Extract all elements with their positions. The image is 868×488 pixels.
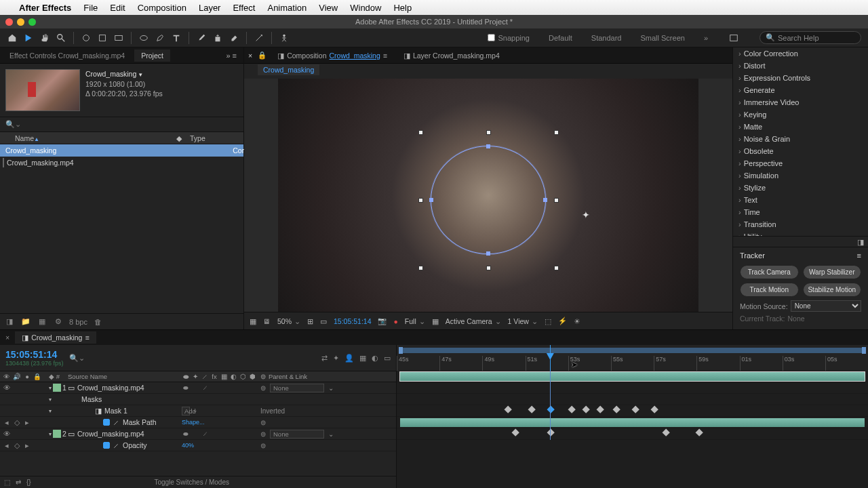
label-color[interactable] — [53, 384, 61, 392]
home-icon[interactable] — [5, 31, 19, 45]
bbox-handle[interactable] — [486, 130, 491, 135]
keyframe[interactable] — [663, 429, 670, 436]
menu-view[interactable]: View — [319, 3, 338, 13]
keyframe[interactable] — [613, 406, 620, 413]
pen-tool-icon[interactable] — [153, 31, 167, 45]
brush-tool-icon[interactable] — [195, 31, 208, 45]
transparency-icon[interactable]: ▦ — [432, 317, 439, 325]
add-keyframe-icon[interactable]: ◇ — [13, 441, 21, 449]
roi-icon[interactable]: ▭ — [320, 317, 327, 325]
keyframe[interactable] — [547, 429, 554, 436]
ellipse-tool-icon[interactable] — [137, 31, 151, 45]
close-tab-icon[interactable]: × — [3, 333, 12, 342]
shy-icon[interactable]: 👤 — [344, 354, 354, 363]
mask-vertex[interactable] — [543, 198, 547, 202]
label-color[interactable] — [53, 430, 61, 438]
menu-layer[interactable]: Layer — [199, 3, 221, 13]
search-help-input[interactable]: 🔍 Search Help — [760, 31, 861, 44]
mask-vertex[interactable] — [429, 198, 433, 202]
resolution-icon[interactable]: ⊞ — [307, 317, 313, 325]
fx-category[interactable]: Stylize — [733, 182, 868, 194]
puppet-tool-icon[interactable] — [277, 31, 291, 45]
label-col-icon[interactable]: ◆ — [49, 373, 54, 380]
hand-tool-icon[interactable] — [38, 31, 52, 45]
type-tool-icon[interactable] — [170, 31, 183, 45]
close-tab-icon[interactable]: × — [248, 52, 252, 60]
tracks-area[interactable] — [397, 371, 868, 440]
layer-bar[interactable] — [400, 418, 865, 427]
render-queue-icon[interactable]: ⬚ — [4, 479, 10, 486]
anchor-point-icon[interactable]: ✦ — [582, 209, 590, 220]
fx-category[interactable]: Matte — [733, 121, 868, 133]
layer-row[interactable]: 👁 ▾1 ▭Crowd_masking.mp4 ⬬⟋ ⊚None⌄ — [0, 382, 396, 394]
current-time-indicator[interactable] — [550, 345, 551, 371]
menu-effect[interactable]: Effect — [233, 3, 255, 13]
opacity-row[interactable]: ◂◇▸ ⟋ Opacity 40% ⊚ — [0, 440, 396, 451]
resolution-dropdown[interactable]: Full — [405, 317, 425, 325]
current-time[interactable]: 15:05:51:14 — [5, 349, 64, 360]
twirl-icon[interactable]: ▾ — [49, 385, 52, 391]
video-col-icon[interactable]: 👁 — [3, 373, 11, 380]
timeline-tab[interactable]: ◨ Crowd_masking ≡ — [15, 331, 96, 344]
mask-vertex[interactable] — [486, 251, 490, 256]
orbit-tool-icon[interactable] — [79, 31, 93, 45]
fx-category[interactable]: Immersive Video — [733, 96, 868, 108]
next-keyframe-icon[interactable]: ▸ — [23, 441, 31, 449]
tab-project[interactable]: Project — [134, 49, 170, 62]
pickwhip-icon[interactable]: ⊚ — [260, 430, 266, 438]
workspace-reset-icon[interactable] — [727, 31, 741, 45]
snapshot-icon[interactable]: 📷 — [378, 317, 387, 325]
mask-mode-dropdown[interactable]: Add — [182, 407, 190, 415]
fx-category[interactable]: Generate — [733, 84, 868, 96]
window-close-icon[interactable] — [5, 18, 13, 26]
clone-tool-icon[interactable] — [211, 31, 224, 45]
keyframe[interactable] — [505, 406, 512, 413]
keyframe[interactable] — [583, 406, 590, 413]
bbox-handle[interactable] — [486, 266, 491, 270]
solo-col-icon[interactable]: ● — [23, 373, 31, 380]
project-item-comp[interactable]: Crowd_masking Composi… — [0, 144, 243, 157]
mask-path[interactable] — [431, 146, 546, 254]
work-area-start[interactable] — [399, 347, 403, 354]
mask-path-row[interactable]: ◂◇▸ ⟋ Mask Path Shape... ⊚ — [0, 417, 396, 428]
add-keyframe-icon[interactable]: ◇ — [13, 418, 21, 426]
fast-preview-icon[interactable]: ⚡ — [558, 317, 567, 325]
motion-source-dropdown[interactable]: None — [791, 300, 861, 312]
video-toggle[interactable]: 👁 — [3, 430, 11, 438]
bbox-handle[interactable] — [418, 130, 423, 135]
comp-mini-flowchart-icon[interactable]: ⇄ — [321, 354, 328, 363]
pickwhip-icon[interactable]: ⊚ — [260, 384, 266, 392]
keyframe[interactable] — [650, 406, 658, 413]
menu-animation[interactable]: Animation — [267, 3, 307, 13]
fx-category[interactable]: Noise & Grain — [733, 133, 868, 145]
pixel-aspect-icon[interactable]: ⬚ — [545, 317, 551, 325]
panel-menu-icon[interactable]: » ≡ — [222, 52, 241, 60]
bbox-handle[interactable] — [418, 266, 423, 270]
work-area-bar[interactable] — [400, 348, 865, 353]
breadcrumb-item[interactable]: Crowd_masking — [258, 64, 319, 75]
graph-editor-icon[interactable]: ▭ — [384, 354, 391, 363]
keyframe[interactable] — [596, 406, 604, 413]
col-label-header[interactable]: ◆ — [176, 134, 190, 142]
magnification-icon[interactable]: ▦ — [250, 317, 256, 325]
keyframe[interactable] — [528, 406, 536, 413]
pickwhip-icon[interactable]: ⊚ — [260, 442, 266, 449]
masks-group[interactable]: ▾ Masks — [0, 394, 396, 405]
new-comp-icon[interactable]: ▦ — [37, 317, 47, 327]
toggle-switches-button[interactable]: Toggle Switches / Modes — [154, 479, 229, 486]
time-ruler[interactable]: 45s 47s 49s 51s 53s 55s 57s 59s 01s 03s … — [397, 345, 868, 371]
bbox-handle[interactable] — [554, 266, 559, 270]
mask-shape-value[interactable]: Shape... — [182, 419, 190, 426]
parent-dropdown[interactable]: None — [270, 430, 324, 439]
camera-dropdown[interactable]: Active Camera — [446, 317, 501, 325]
mask-vertex[interactable] — [486, 144, 490, 148]
work-area-end[interactable] — [862, 347, 866, 354]
eraser-tool-icon[interactable] — [227, 31, 241, 45]
video-toggle[interactable]: 👁 — [3, 384, 11, 392]
stopwatch-icon[interactable] — [103, 419, 110, 426]
window-maximize-icon[interactable] — [28, 18, 36, 26]
stabilize-motion-button[interactable]: Stabilize Motion — [803, 283, 862, 297]
parent-dropdown[interactable]: None — [270, 384, 324, 392]
zoom-tool-icon[interactable] — [54, 31, 68, 45]
menu-help[interactable]: Help — [393, 3, 412, 13]
